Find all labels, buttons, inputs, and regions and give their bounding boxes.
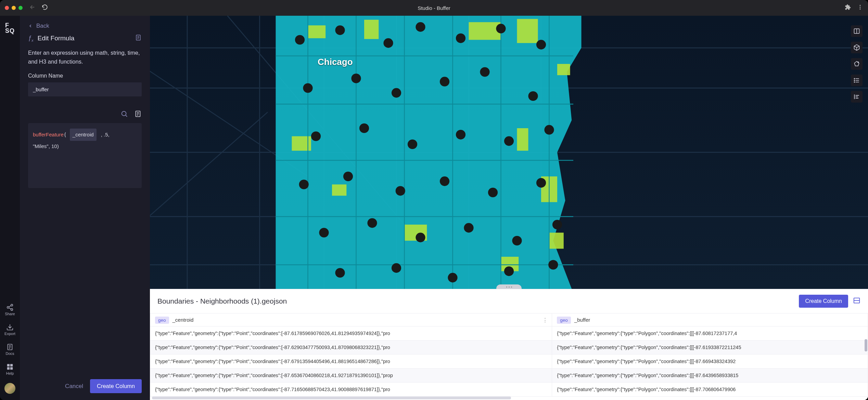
svg-point-30: [456, 34, 465, 43]
cube-icon[interactable]: [851, 42, 863, 53]
svg-point-66: [854, 82, 855, 82]
svg-point-52: [367, 218, 377, 228]
column-name-input[interactable]: [28, 82, 142, 96]
search-icon[interactable]: [120, 110, 128, 119]
column-menu-icon[interactable]: ⋮: [542, 317, 548, 323]
svg-rect-19: [332, 185, 346, 196]
table-row[interactable]: {"type":"Feature","geometry":{"type":"Po…: [150, 341, 868, 355]
table-title: Boundaries - Neighborhoods (1).geojson: [157, 297, 799, 305]
svg-point-43: [504, 136, 514, 146]
svg-rect-9: [7, 367, 10, 370]
svg-point-32: [536, 40, 546, 50]
svg-rect-14: [308, 25, 326, 38]
table-row[interactable]: {"type":"Feature","geometry":{"type":"Po…: [150, 326, 868, 341]
svg-point-58: [392, 263, 401, 273]
column-name: _centroid: [173, 317, 194, 323]
reload-button[interactable]: [42, 4, 48, 12]
svg-point-1: [860, 7, 861, 8]
rail-help[interactable]: Help: [6, 363, 14, 375]
column-name-label: Column Name: [20, 66, 150, 82]
svg-point-49: [488, 188, 498, 197]
svg-rect-8: [10, 364, 13, 366]
reference-icon[interactable]: [134, 110, 142, 119]
rail-label: Docs: [5, 351, 14, 356]
titlebar: Studio - Buffer: [0, 0, 868, 16]
polygon-icon[interactable]: [851, 58, 863, 70]
svg-point-33: [303, 83, 312, 93]
svg-point-64: [854, 78, 855, 79]
svg-point-3: [11, 304, 13, 306]
column-header[interactable]: geo_buffer: [552, 314, 868, 326]
align-left-icon[interactable]: [851, 91, 863, 103]
horizontal-scrollbar-track[interactable]: [150, 397, 868, 400]
cancel-button[interactable]: Cancel: [65, 383, 83, 390]
back-label: Back: [36, 23, 49, 29]
main-area: Chicago Boundaries - Neighborhoods (1).g…: [150, 16, 868, 400]
cell: {"type":"Feature","geometry":{"type":"Po…: [552, 383, 868, 397]
column-header[interactable]: geo_centroid ⋮: [150, 314, 552, 326]
docs-icon[interactable]: [135, 34, 142, 42]
rail-share[interactable]: Share: [5, 304, 15, 316]
svg-point-28: [383, 38, 393, 48]
create-column-button[interactable]: Create Column: [90, 379, 142, 393]
avatar[interactable]: [4, 383, 15, 394]
close-window-button[interactable]: [5, 6, 9, 10]
svg-point-59: [448, 273, 457, 282]
svg-point-29: [416, 22, 425, 32]
svg-point-57: [335, 268, 345, 278]
map-tool-rail: [851, 25, 863, 103]
app-logo: F SQ: [5, 23, 15, 34]
cell: {"type":"Feature","geometry":{"type":"Po…: [150, 383, 552, 397]
formula-token: _centroid: [70, 129, 97, 141]
svg-point-50: [536, 178, 546, 188]
cell: {"type":"Feature","geometry":{"type":"Po…: [552, 369, 868, 383]
cell: {"type":"Feature","geometry":{"type":"Po…: [150, 326, 552, 341]
split-view-icon[interactable]: [851, 25, 863, 37]
panel-drag-handle[interactable]: [496, 284, 522, 289]
svg-point-47: [396, 186, 405, 196]
table-layout-icon[interactable]: [853, 297, 860, 306]
cell: {"type":"Feature","geometry":{"type":"Po…: [150, 355, 552, 369]
table-create-column-button[interactable]: Create Column: [799, 295, 848, 308]
horizontal-scrollbar-thumb[interactable]: [152, 397, 511, 399]
cell: {"type":"Feature","geometry":{"type":"Po…: [552, 355, 868, 369]
formula-panel: Back ƒx Edit Formula Enter an expression…: [20, 16, 150, 400]
svg-point-42: [456, 130, 465, 139]
svg-rect-24: [557, 64, 570, 75]
svg-point-56: [552, 220, 562, 229]
table-row[interactable]: {"type":"Feature","geometry":{"type":"Po…: [150, 355, 868, 369]
vertical-scrollbar[interactable]: [865, 339, 867, 351]
svg-point-4: [7, 306, 9, 308]
svg-point-48: [440, 176, 449, 186]
rail-label: Share: [5, 312, 15, 316]
svg-point-34: [351, 74, 361, 83]
table-scroll[interactable]: geo_centroid ⋮ geo_buffer {"type":"Featu…: [150, 313, 868, 397]
nav-back-button[interactable]: [29, 4, 36, 12]
svg-point-63: [858, 62, 859, 63]
map-view[interactable]: Chicago: [150, 16, 868, 289]
maximize-window-button[interactable]: [18, 6, 23, 10]
fx-icon: ƒx: [28, 35, 34, 42]
more-menu-icon[interactable]: [857, 4, 863, 12]
svg-point-31: [496, 24, 506, 34]
list-icon[interactable]: [851, 75, 863, 86]
data-table-panel: Boundaries - Neighborhoods (1).geojson C…: [150, 289, 868, 400]
rail-export[interactable]: Export: [4, 323, 15, 336]
svg-point-37: [480, 67, 489, 77]
extensions-icon[interactable]: [845, 4, 851, 12]
cell: {"type":"Feature","geometry":{"type":"Po…: [150, 341, 552, 355]
panel-description: Enter an expression using math, string, …: [20, 49, 150, 66]
table-row[interactable]: {"type":"Feature","geometry":{"type":"Po…: [150, 369, 868, 383]
formula-function: bufferFeature: [33, 132, 64, 137]
svg-point-46: [343, 172, 353, 181]
table-row[interactable]: {"type":"Feature","geometry":{"type":"Po…: [150, 383, 868, 397]
svg-point-53: [416, 233, 425, 242]
cell: {"type":"Feature","geometry":{"type":"Po…: [150, 369, 552, 383]
cell: {"type":"Feature","geometry":{"type":"Po…: [552, 341, 868, 355]
formula-editor[interactable]: bufferFeature( _centroid , .5,"Miles", 1…: [28, 123, 142, 188]
minimize-window-button[interactable]: [12, 6, 16, 10]
rail-docs[interactable]: Docs: [5, 343, 14, 356]
svg-point-5: [11, 309, 13, 311]
svg-point-26: [295, 35, 305, 44]
back-button[interactable]: Back: [20, 16, 150, 33]
